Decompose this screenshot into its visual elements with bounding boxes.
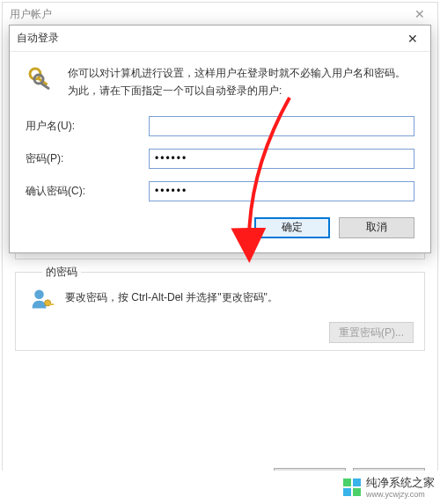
svg-rect-2 <box>49 303 54 305</box>
username-label: 用户名(U): <box>26 119 149 134</box>
password-legend: 的密码 <box>42 265 81 280</box>
modal-info-text: 你可以对计算机进行设置，这样用户在登录时就不必输入用户名和密码。为此，请在下面指… <box>68 64 414 100</box>
parent-titlebar: 用户帐户 ✕ <box>3 3 437 26</box>
confirm-label: 确认密码(C): <box>26 184 149 199</box>
close-icon: ✕ <box>414 7 425 21</box>
modal-close-button[interactable]: ✕ <box>395 26 430 52</box>
auto-login-dialog: 自动登录 ✕ 你可以对计算机进行设置，这样用户在登录时就不必输入用户名和密码。为… <box>9 25 431 253</box>
close-icon: ✕ <box>407 32 418 46</box>
username-input[interactable] <box>149 116 414 136</box>
svg-point-0 <box>34 290 44 300</box>
watermark-name: 纯净系统之家 <box>366 475 435 491</box>
password-label: 密码(P): <box>26 151 149 166</box>
password-input[interactable] <box>149 149 414 169</box>
modal-ok-button[interactable]: 确定 <box>254 217 330 238</box>
password-group: 的密码 要改密码，按 Ctrl-Alt-Del 并选择"更改密码"。 重置密码(… <box>15 272 425 351</box>
reset-password-button[interactable]: 重置密码(P)... <box>329 322 414 343</box>
keys-icon <box>26 64 55 94</box>
watermark-logo-icon <box>343 478 361 496</box>
confirm-password-input[interactable] <box>149 181 414 201</box>
user-key-icon <box>30 287 55 311</box>
password-instruction: 要改密码，按 Ctrl-Alt-Del 并选择"更改密码"。 <box>65 285 278 305</box>
watermark: 纯净系统之家 www.ycwjzy.com <box>343 475 435 499</box>
parent-title: 用户帐户 <box>10 7 52 22</box>
modal-titlebar: 自动登录 ✕ <box>10 26 430 52</box>
modal-footer: 确定 取消 <box>26 217 414 238</box>
modal-cancel-button[interactable]: 取消 <box>339 217 414 238</box>
watermark-url: www.ycwjzy.com <box>366 490 435 499</box>
modal-body: 你可以对计算机进行设置，这样用户在登录时就不必输入用户名和密码。为此，请在下面指… <box>10 52 430 252</box>
parent-close-button[interactable]: ✕ <box>402 3 437 26</box>
modal-title: 自动登录 <box>17 31 59 46</box>
